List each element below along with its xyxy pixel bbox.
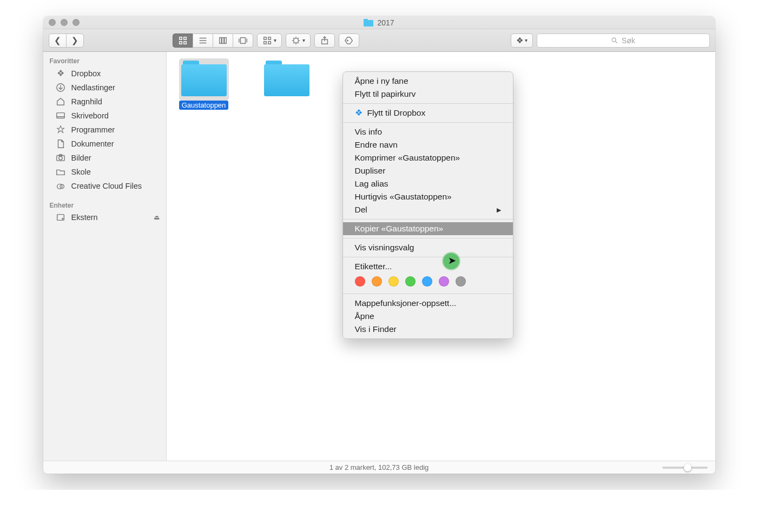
menu-make-alias[interactable]: Lag alias [343,177,513,190]
menu-rename[interactable]: Endre navn [343,138,513,151]
applications-icon [55,125,66,135]
menu-separator [343,219,513,220]
minimize-icon[interactable] [61,19,68,26]
sidebar-item-ekstern[interactable]: Ekstern ⏏ [43,210,166,224]
titlebar: 2017 [43,16,715,29]
sidebar-item-label: Creative Cloud Files [71,182,142,190]
menu-move-trash[interactable]: Flytt til papirkurv [343,88,513,101]
tag-color-dot[interactable] [456,276,466,287]
sidebar-item-skrivebord[interactable]: Skrivebord [43,109,166,123]
eject-icon[interactable]: ⏏ [154,214,160,221]
share-button[interactable] [314,34,335,48]
creative-cloud-icon [55,181,66,191]
sidebar-item-bilder[interactable]: Bilder [43,151,166,165]
main-content: Gaustatoppen Åpne i ny fane Flytt til pa… [167,52,715,461]
svg-line-23 [298,42,298,43]
folder-icon [55,167,66,177]
tag-color-row [343,273,513,291]
status-bar: 1 av 2 markert, 102,73 GB ledig [43,461,715,474]
menu-separator [343,294,513,294]
sidebar-item-label: Skrivebord [71,111,109,120]
forward-button[interactable]: ❯ [66,34,84,48]
column-view-button[interactable] [213,34,233,48]
menu-folder-actions[interactable]: Mappefunksjoner-oppsett... [343,297,513,310]
menu-tags-label: Etiketter... [343,260,513,273]
sidebar-item-nedlastinger[interactable]: Nedlastinger [43,81,166,95]
status-text: 1 av 2 markert, 102,73 GB ledig [329,463,429,471]
menu-get-info[interactable]: Vis info [343,125,513,138]
download-icon [55,83,66,92]
nav-buttons: ❮ ❯ [49,34,84,48]
svg-rect-1 [183,37,186,39]
icon-view-button[interactable] [173,34,193,48]
view-mode-segment [173,34,253,48]
sidebar-item-ragnhild[interactable]: Ragnhild [43,95,166,109]
context-menu: Åpne i ny fane Flytt til papirkurv ❖ Fly… [342,71,513,339]
sidebar-item-label: Ragnhild [71,97,102,106]
fullscreen-icon[interactable] [72,19,80,26]
dropbox-icon: ❖ [355,108,362,118]
svg-rect-9 [224,37,226,43]
dropbox-toolbar-button[interactable]: ❖ ▾ [511,34,533,48]
folder-icon [364,19,373,26]
dropbox-icon: ❖ [516,36,523,45]
menu-reveal-finder[interactable]: Vis i Finder [343,323,513,336]
menu-separator [343,103,513,104]
svg-point-29 [612,38,616,42]
menu-share[interactable]: Del▶ [343,203,513,216]
sidebar-item-programmer[interactable]: Programmer [43,123,166,137]
tag-color-dot[interactable] [422,276,432,287]
back-button[interactable]: ❮ [49,34,66,48]
menu-copy[interactable]: Kopier «Gaustatoppen» [343,222,513,235]
sidebar-item-label: Bilder [71,154,91,162]
svg-line-25 [298,38,298,38]
menu-quicklook[interactable]: Hurtigvis «Gaustatoppen» [343,190,513,203]
menu-open[interactable]: Åpne [343,310,513,323]
sidebar-item-dropbox[interactable]: ❖ Dropbox [43,66,166,81]
svg-rect-15 [263,41,266,44]
svg-rect-13 [263,37,266,39]
menu-open-new-tab[interactable]: Åpne i ny fane [343,75,513,88]
search-placeholder: Søk [622,36,635,45]
sidebar-item-skole[interactable]: Skole [43,165,166,179]
folder-item-unnamed[interactable] [260,61,313,99]
close-icon[interactable] [49,19,56,26]
tag-color-dot[interactable] [372,276,382,287]
search-icon [611,37,618,44]
sidebar-item-dokumenter[interactable]: Dokumenter [43,137,166,151]
list-view-button[interactable] [193,34,213,48]
svg-rect-0 [179,37,182,39]
folder-item-gaustatoppen[interactable]: Gaustatoppen [177,58,230,110]
svg-rect-2 [179,41,182,44]
menu-move-dropbox[interactable]: ❖ Flytt til Dropbox [343,107,513,119]
svg-rect-7 [219,37,221,43]
tags-button[interactable] [339,34,359,48]
sidebar-item-label: Ekstern [71,213,98,222]
arrange-button[interactable]: ▾ [257,34,282,48]
sidebar-item-label: Skole [71,168,91,176]
svg-rect-8 [222,37,224,43]
folder-label [284,98,289,99]
tag-color-dot[interactable] [388,276,399,287]
menu-compress[interactable]: Komprimer «Gaustatoppen» [343,151,513,164]
svg-rect-33 [56,113,64,118]
traffic-lights [49,19,80,26]
svg-rect-10 [240,37,245,43]
search-input[interactable]: Søk [537,34,710,48]
svg-point-17 [293,38,298,43]
tag-color-dot[interactable] [439,276,449,287]
gallery-view-button[interactable] [233,34,253,48]
svg-point-28 [347,40,348,41]
sidebar-item-creative-cloud[interactable]: Creative Cloud Files [43,179,166,193]
disk-icon [55,212,66,222]
svg-rect-16 [268,41,271,44]
menu-duplicate[interactable]: Dupliser [343,164,513,177]
svg-point-36 [58,156,62,159]
icon-size-slider[interactable] [662,467,708,469]
tag-color-dot[interactable] [405,276,416,287]
menu-view-options[interactable]: Vis visningsvalg [343,241,513,254]
action-button[interactable]: ▾ [286,34,311,48]
tag-color-dot[interactable] [355,276,365,287]
folder-icon [264,61,309,96]
svg-point-41 [62,218,63,220]
